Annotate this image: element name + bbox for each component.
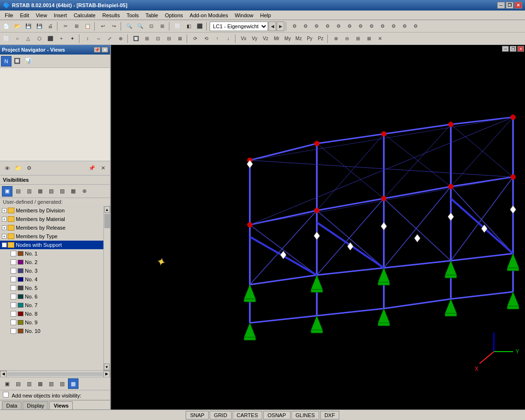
status-dxf[interactable]: DXF xyxy=(320,411,339,420)
nav-icon-1[interactable]: N xyxy=(1,56,11,66)
tb-r6[interactable]: ⚙ xyxy=(344,21,355,32)
view-icon-close[interactable]: ✕ xyxy=(98,163,108,174)
menu-options[interactable]: Options xyxy=(162,11,186,19)
tb-zoom-in[interactable]: 🔍 xyxy=(124,21,134,32)
menu-help[interactable]: Help xyxy=(257,11,274,19)
vis-icon-3[interactable]: ▥ xyxy=(24,186,34,197)
panel-title-controls[interactable]: 📌 ✕ xyxy=(94,47,108,53)
view-icon-pin[interactable]: 📌 xyxy=(87,163,97,174)
menu-window[interactable]: Window xyxy=(232,11,256,19)
tb-r4[interactable]: ⚙ xyxy=(322,21,333,32)
tb-r8[interactable]: ⚙ xyxy=(366,21,377,32)
node-item-6[interactable]: No. 6 xyxy=(0,292,110,301)
tb2-19[interactable]: ↑ xyxy=(212,33,223,44)
tb2-13[interactable]: ⊞ xyxy=(142,33,152,44)
menu-file[interactable]: File xyxy=(2,11,16,19)
checkbox-5[interactable] xyxy=(11,285,16,291)
bottom-icon-3[interactable]: ▥ xyxy=(24,378,34,389)
h-scroll-track[interactable] xyxy=(7,372,103,376)
tb-save2[interactable]: 💾 xyxy=(34,21,45,32)
view-icon-eye[interactable]: 👁 xyxy=(2,163,12,174)
tb2-22[interactable]: Vy xyxy=(249,33,260,44)
h-scroll-right[interactable]: ▶ xyxy=(103,371,110,377)
expander-2[interactable]: + xyxy=(2,217,7,221)
scroll-up[interactable]: ▲ xyxy=(104,206,110,213)
tb2-24[interactable]: Mr xyxy=(271,33,282,44)
tb2-26[interactable]: Mz xyxy=(293,33,304,44)
tb2-14[interactable]: ⊡ xyxy=(153,33,163,44)
tb2-30[interactable]: ⊖ xyxy=(342,33,352,44)
node-item-7[interactable]: No. 7 xyxy=(0,301,110,309)
tb2-5[interactable]: ⬛ xyxy=(45,33,56,44)
checkbox-9[interactable] xyxy=(11,320,16,325)
tb2-15[interactable]: ⊟ xyxy=(164,33,174,44)
bottom-icon-2[interactable]: ▤ xyxy=(13,378,23,389)
title-bar-controls[interactable]: ─ ❐ ✕ xyxy=(497,2,522,9)
tb2-21[interactable]: Vx xyxy=(238,33,249,44)
nav-icon-2[interactable]: 🔲 xyxy=(12,56,22,66)
tree-item-members-material[interactable]: + Members by Material xyxy=(0,215,110,223)
tb2-28[interactable]: Pz xyxy=(315,33,326,44)
status-osnap[interactable]: OSNAP xyxy=(263,411,290,420)
tb-zoom-out[interactable]: 🔍 xyxy=(135,21,145,32)
tree-item-members-division[interactable]: + Members by Division xyxy=(0,206,110,215)
tb2-3[interactable]: △ xyxy=(23,33,34,44)
minimize-button[interactable]: ─ xyxy=(497,2,505,9)
tb-r1[interactable]: ⚙ xyxy=(289,21,300,32)
checkbox-7[interactable] xyxy=(11,302,16,308)
checkbox-2[interactable] xyxy=(11,259,16,265)
view-icon-settings[interactable]: ⚙ xyxy=(24,163,34,174)
tb2-20[interactable]: ↓ xyxy=(223,33,234,44)
tb2-4[interactable]: ⬡ xyxy=(34,33,45,44)
tb2-23[interactable]: Vz xyxy=(260,33,271,44)
menu-addon[interactable]: Add-on Modules xyxy=(187,11,231,19)
tab-data[interactable]: Data xyxy=(2,401,22,409)
vis-icon-7[interactable]: ▩ xyxy=(68,186,78,197)
load-combo[interactable]: LC1 - Eigengewicht xyxy=(210,22,268,31)
tb2-8[interactable]: ↕ xyxy=(82,33,93,44)
bottom-icon-6[interactable]: ▨ xyxy=(57,378,67,389)
tb-b2[interactable]: ◧ xyxy=(183,21,194,32)
tb2-29[interactable]: ⊕ xyxy=(331,33,341,44)
vis-icon-2[interactable]: ▤ xyxy=(13,186,23,197)
checkbox-6[interactable] xyxy=(11,294,16,299)
menu-edit[interactable]: Edit xyxy=(17,11,32,19)
tb-b3[interactable]: ⬛ xyxy=(194,21,205,32)
vis-icon-8[interactable]: ⊕ xyxy=(79,186,89,197)
vis-icon-6[interactable]: ▨ xyxy=(57,186,67,197)
status-glines[interactable]: GLINES xyxy=(291,411,319,420)
tb-zoom-all[interactable]: ⊡ xyxy=(146,21,156,32)
menu-table[interactable]: Table xyxy=(143,11,161,19)
mdi-close[interactable]: ✕ xyxy=(517,46,524,52)
bottom-icon-4[interactable]: ▦ xyxy=(35,378,45,389)
tree-scrollbar[interactable]: ▲ ▼ xyxy=(103,206,110,370)
panel-pin-btn[interactable]: 📌 xyxy=(94,47,101,53)
tb-zoom-sel[interactable]: ⊞ xyxy=(157,21,168,32)
tb-r2[interactable]: ⚙ xyxy=(300,21,311,32)
scroll-thumb[interactable] xyxy=(104,214,110,228)
menu-view[interactable]: View xyxy=(33,11,50,19)
tb-redo[interactable]: ↪ xyxy=(109,21,119,32)
tb-r10[interactable]: ⚙ xyxy=(388,21,399,32)
tab-views[interactable]: Views xyxy=(49,401,73,409)
nav-icon-3[interactable]: 📊 xyxy=(23,56,34,66)
view-icon-folder[interactable]: 📁 xyxy=(13,163,23,174)
tb-r9[interactable]: ⚙ xyxy=(377,21,388,32)
tb2-6[interactable]: ⚬ xyxy=(56,33,67,44)
menu-tools[interactable]: Tools xyxy=(123,11,142,19)
expander-1[interactable]: + xyxy=(2,208,7,213)
tree-item-nodes-support[interactable]: − Nodes with Support xyxy=(0,241,110,249)
tb2-32[interactable]: ⊠ xyxy=(364,33,374,44)
vis-icon-5[interactable]: ▧ xyxy=(46,186,56,197)
tb2-17[interactable]: ⟳ xyxy=(190,33,201,44)
tree-item-members-type[interactable]: + Members by Type xyxy=(0,232,110,241)
add-new-checkbox[interactable] xyxy=(3,392,9,398)
tb-r11[interactable]: ⚙ xyxy=(399,21,410,32)
status-cartes[interactable]: CARTES xyxy=(233,411,262,420)
checkbox-1[interactable] xyxy=(11,251,16,256)
menu-insert[interactable]: Insert xyxy=(51,11,70,19)
h-scrollbar[interactable]: ◀ ▶ xyxy=(0,370,110,377)
tb2-31[interactable]: ⊞ xyxy=(353,33,363,44)
expander-3[interactable]: + xyxy=(2,225,7,230)
expander-4[interactable]: + xyxy=(2,234,7,239)
